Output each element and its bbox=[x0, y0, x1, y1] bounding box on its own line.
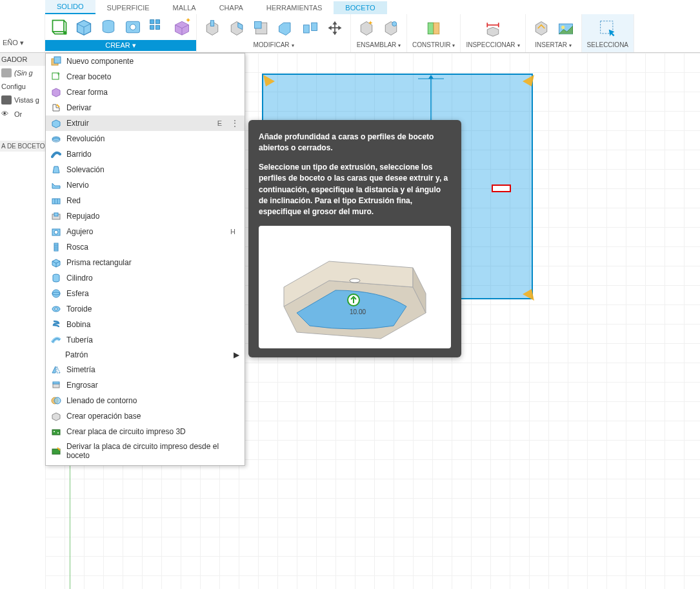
svg-rect-21 bbox=[304, 25, 310, 33]
box-tool-icon[interactable] bbox=[74, 17, 94, 37]
menu-derivar-placa[interactable]: Derivar la placa de circuito impreso des… bbox=[46, 439, 245, 463]
svg-marker-78 bbox=[52, 413, 60, 421]
svg-marker-43 bbox=[523, 289, 534, 301]
menu-llenado[interactable]: Llenado de contorno bbox=[46, 393, 245, 408]
design-dropdown[interactable]: EÑO ▾ bbox=[0, 37, 26, 48]
menu-prisma[interactable]: Prisma rectangular bbox=[46, 255, 245, 270]
svg-rect-58 bbox=[54, 213, 58, 216]
sphere-icon bbox=[51, 288, 61, 299]
menu-repujado[interactable]: Repujado bbox=[46, 208, 245, 224]
tab-superficie[interactable]: SUPERFICIE bbox=[95, 1, 161, 14]
boundary-fill-icon bbox=[51, 395, 61, 406]
svg-marker-32 bbox=[487, 27, 499, 36]
tab-chapa[interactable]: CHAPA bbox=[208, 1, 255, 14]
browser-item-vistas[interactable]: Vistas g bbox=[0, 93, 45, 107]
svg-rect-75 bbox=[53, 382, 59, 384]
tab-solido[interactable]: SOLIDO bbox=[45, 0, 95, 14]
menu-engrosar[interactable]: Engrosar bbox=[46, 377, 245, 393]
menu-tuberia[interactable]: Tubería bbox=[46, 332, 245, 348]
construct-tool-icon[interactable] bbox=[423, 18, 444, 39]
form-icon bbox=[51, 87, 61, 97]
svg-rect-0 bbox=[53, 21, 65, 32]
ensamblar-label[interactable]: ENSAMBLAR bbox=[357, 41, 401, 48]
crear-dropdown[interactable]: CREAR ▾ bbox=[45, 40, 196, 51]
svg-marker-53 bbox=[52, 183, 60, 188]
menu-crear-placa[interactable]: Crear placa de circuito impreso 3D bbox=[46, 424, 245, 439]
tab-herramientas[interactable]: HERRAMIENTAS bbox=[255, 1, 334, 14]
browser-item-config[interactable]: Configu bbox=[0, 80, 45, 93]
menu-toroide[interactable]: Toroide bbox=[46, 301, 245, 317]
hole-tool-icon[interactable] bbox=[123, 17, 143, 37]
sketch-tool-icon[interactable] bbox=[49, 17, 70, 37]
assemble-tool1-icon[interactable]: ✦ bbox=[356, 18, 377, 39]
browser-item-unsaved[interactable]: (Sin g bbox=[0, 66, 45, 80]
modify-tool5-icon[interactable] bbox=[300, 18, 321, 39]
form-tool-icon[interactable]: ✦ bbox=[172, 17, 192, 37]
insertar-label[interactable]: INSERTAR bbox=[535, 41, 572, 48]
menu-nervio[interactable]: Nervio bbox=[46, 177, 245, 193]
menu-patron[interactable]: Patrón▶ bbox=[46, 348, 245, 362]
insert-tool2-icon[interactable] bbox=[555, 18, 576, 39]
modificar-label[interactable]: MODIFICAR bbox=[253, 41, 294, 48]
inspeccionar-label[interactable]: INSPECCIONAR bbox=[466, 41, 519, 48]
more-icon[interactable]: ⋮ bbox=[231, 119, 239, 128]
svg-rect-74 bbox=[53, 384, 59, 388]
cylinder-tool-icon[interactable] bbox=[98, 17, 119, 37]
menu-extruir[interactable]: ExtruirE⋮ bbox=[46, 115, 245, 131]
browser-item-origen[interactable]: 👁Or bbox=[0, 107, 45, 121]
tab-boceto[interactable]: BOCETO bbox=[334, 1, 386, 14]
modify-tool4-icon[interactable] bbox=[275, 18, 296, 39]
assemble-tool2-icon[interactable] bbox=[381, 18, 401, 39]
menu-nuevo-componente[interactable]: Nuevo componente bbox=[46, 54, 245, 69]
menu-barrido[interactable]: Barrido bbox=[46, 146, 245, 162]
svg-point-86 bbox=[350, 279, 360, 283]
file-icon bbox=[1, 68, 12, 77]
torus-icon bbox=[51, 304, 61, 314]
svg-text:✦: ✦ bbox=[368, 19, 373, 26]
menu-crear-base[interactable]: Crear operación base bbox=[46, 408, 245, 424]
box-icon bbox=[51, 257, 61, 268]
move-tool-icon[interactable] bbox=[325, 18, 345, 39]
menu-crear-forma[interactable]: Crear forma bbox=[46, 85, 245, 100]
pattern-tool-icon[interactable] bbox=[147, 17, 168, 37]
emboss-icon bbox=[51, 211, 61, 221]
svg-point-60 bbox=[54, 230, 58, 234]
construir-label[interactable]: CONSTRUIR bbox=[412, 41, 455, 48]
base-feature-icon bbox=[51, 411, 61, 421]
menu-derivar[interactable]: Derivar bbox=[46, 100, 245, 115]
svg-rect-19 bbox=[255, 22, 262, 29]
menu-rosca[interactable]: Rosca bbox=[46, 239, 245, 255]
menu-simetria[interactable]: Simetría bbox=[46, 362, 245, 377]
svg-rect-10 bbox=[155, 25, 159, 29]
select-tool-icon[interactable] bbox=[597, 18, 618, 39]
svg-rect-9 bbox=[155, 20, 159, 24]
seleccionar-label[interactable]: SELECCIONA bbox=[587, 41, 628, 48]
svg-point-81 bbox=[57, 432, 59, 434]
menu-revolucion[interactable]: Revolución bbox=[46, 131, 245, 146]
menu-crear-boceto[interactable]: +Crear boceto bbox=[46, 69, 245, 85]
menu-solevacion[interactable]: Solevación bbox=[46, 162, 245, 177]
extrude-icon bbox=[51, 118, 61, 128]
svg-marker-52 bbox=[53, 166, 59, 173]
ribbon: EÑO ▾ ✦ CREAR ▾ bbox=[0, 14, 700, 53]
modify-tool1-icon[interactable] bbox=[202, 18, 223, 39]
loft-icon bbox=[51, 165, 61, 175]
tab-malla[interactable]: MALLA bbox=[161, 1, 208, 14]
hole-icon bbox=[51, 226, 61, 237]
submenu-arrow-icon: ▶ bbox=[234, 350, 239, 359]
dimension-flag[interactable] bbox=[492, 185, 511, 192]
menu-agujero[interactable]: AgujeroH bbox=[46, 224, 245, 239]
menu-cilindro[interactable]: Cilindro bbox=[46, 270, 245, 286]
svg-marker-42 bbox=[523, 75, 534, 86]
inspect-tool-icon[interactable] bbox=[483, 18, 503, 39]
cylinder-icon bbox=[51, 273, 61, 283]
menu-esfera[interactable]: Esfera bbox=[46, 286, 245, 301]
insert-tool1-icon[interactable] bbox=[531, 18, 552, 39]
pcb-icon bbox=[51, 426, 61, 437]
modify-tool2-icon[interactable] bbox=[226, 18, 247, 39]
revolve-icon bbox=[51, 134, 61, 144]
menu-bobina[interactable]: Bobina bbox=[46, 317, 245, 332]
sketch-palette-header: A DE BOCETO bbox=[0, 141, 45, 152]
menu-red[interactable]: Red bbox=[46, 193, 245, 208]
modify-tool3-icon[interactable] bbox=[251, 18, 272, 39]
